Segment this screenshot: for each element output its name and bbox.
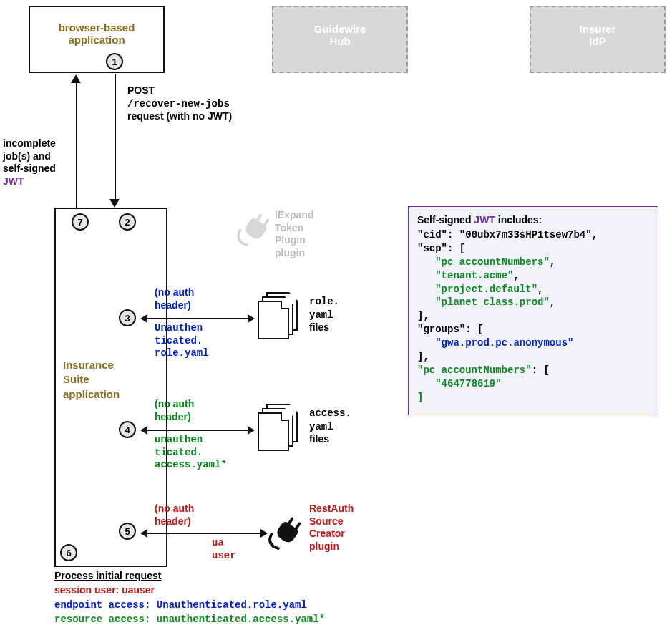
idp-label-2: IdP <box>589 35 605 47</box>
jwt-content: "cid": "00ubx7m33sHP1tsew7b4", "scp": [ … <box>417 228 649 404</box>
browser-app-label: browser-based application <box>59 21 135 46</box>
idp-label-1: Insurer <box>580 23 616 35</box>
insurer-idp-box: Insurer IdP <box>530 6 666 73</box>
hub-label-2: Hub <box>329 35 350 47</box>
step-4: 4 <box>119 421 136 438</box>
row4-return: unauthen ticated. access.yaml* <box>155 434 227 472</box>
row4-noauth: (no auth header) <box>155 398 194 423</box>
step-1: 1 <box>106 53 123 70</box>
row3-return: Unauthen ticated. role.yaml <box>155 322 209 360</box>
step-6: 6 <box>60 544 77 561</box>
hub-label-1: Guidewire <box>314 23 366 35</box>
arrowhead-down <box>109 199 120 208</box>
arrow-response <box>76 83 77 208</box>
step-5: 5 <box>119 523 136 540</box>
row5-return: ua user <box>212 537 236 562</box>
plug-icon-disabled <box>236 212 271 246</box>
guidewire-hub-box: Guidewire Hub <box>272 6 408 73</box>
row5-arrow <box>147 533 260 534</box>
arrowhead-up <box>71 74 81 83</box>
step-2: 2 <box>119 213 136 231</box>
row5-side: RestAuth Source Creator plugin <box>309 503 354 553</box>
files-icon-access <box>258 404 299 451</box>
row3-noauth: (no auth header) <box>155 286 194 311</box>
browser-app-box: browser-based application <box>29 6 165 73</box>
plug-icon <box>268 515 302 550</box>
response-label: incomplete job(s) and self-signed JWT <box>3 137 74 188</box>
arrow-post-request <box>115 74 116 200</box>
process-resource: resource access: unauthenticated.access.… <box>54 613 325 625</box>
post-label: POST /recover-new-jobs request (with no … <box>127 84 232 123</box>
iexpand-label: IExpand Token Plugin plugin <box>275 209 313 259</box>
row4-arrow <box>147 430 248 431</box>
row3-side: role. yaml files <box>309 295 339 334</box>
step-7: 7 <box>72 213 89 231</box>
jwt-info-box: Self-signed JWT includes: "cid": "00ubx7… <box>408 206 658 415</box>
jwt-title: Self-signed JWT includes: <box>417 214 649 226</box>
step-3: 3 <box>119 309 136 326</box>
row5-noauth: (no auth header) <box>155 503 194 528</box>
process-endpoint: endpoint access: Unauthenticated.role.ya… <box>54 598 307 611</box>
process-title: Process initial request <box>54 570 161 581</box>
row4-side: access. yaml files <box>309 407 351 446</box>
files-icon-role <box>258 292 299 339</box>
process-session: session user: uauser <box>54 584 155 596</box>
app-label: Insurance Suite application <box>63 358 156 402</box>
row3-arrow <box>147 318 248 319</box>
